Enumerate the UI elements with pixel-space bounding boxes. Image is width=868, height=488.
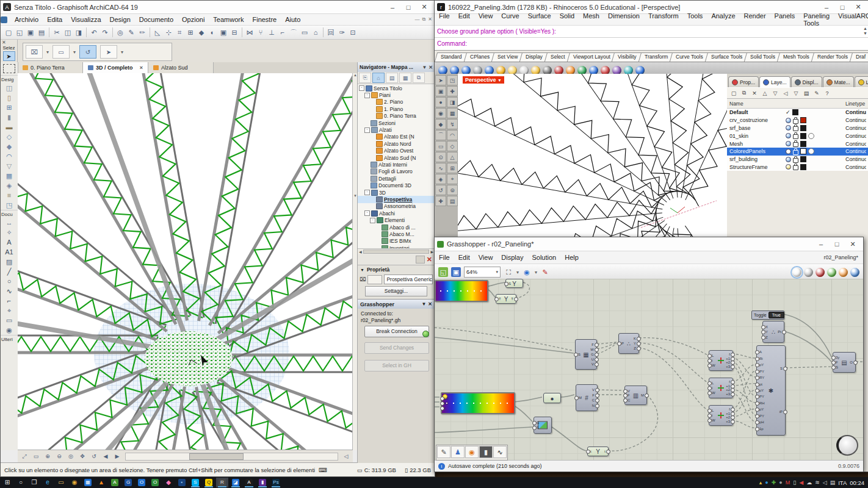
gh-node-relay-bottom[interactable]: Ytt — [587, 447, 609, 456]
close-tab-icon[interactable]: × — [140, 65, 143, 71]
gh-node-gradient-bottom[interactable]: L0L1t — [441, 392, 515, 414]
rhino-side-tool-19[interactable]: ⌖ — [447, 174, 458, 184]
rhino-side-tool-15[interactable]: △ — [447, 152, 458, 162]
layer-color-swatch[interactable] — [792, 109, 798, 115]
orbit-view-icon[interactable]: ↺ — [89, 451, 99, 462]
port-l[interactable] — [707, 381, 712, 386]
layer-row-structureframe[interactable]: StructureFrameContinuous — [727, 163, 868, 171]
pan-icon[interactable]: ✥ — [77, 451, 88, 462]
port-s[interactable] — [831, 365, 836, 370]
group-icon[interactable]: ▣ — [218, 27, 229, 38]
next-view-icon[interactable]: ▶ — [112, 451, 123, 462]
tree-item-alzato-est-n[interactable]: Alzato Est (N — [358, 134, 435, 140]
layer-row-coloredpanels[interactable]: ColoredPanelsContinuous — [727, 148, 868, 156]
scroll-left-icon[interactable]: ◁ — [341, 451, 352, 462]
port-m[interactable] — [574, 396, 579, 400]
panel-menu-icon[interactable]: ▼ — [421, 301, 426, 307]
column-tool-icon[interactable]: ▮ — [3, 112, 15, 122]
port-t[interactable] — [586, 450, 590, 454]
tree-item-senza-titolo[interactable]: -Senza Titolo — [358, 85, 435, 92]
archicad-menu-visualizza[interactable]: Visualizza — [67, 15, 105, 24]
select-in-gh-button[interactable]: Select in GH — [364, 360, 429, 371]
store-icon[interactable]: ▦ — [82, 478, 94, 487]
port-s[interactable] — [783, 367, 787, 371]
port-ph[interactable] — [755, 420, 759, 425]
rhino-side-tool-21[interactable]: ⊚ — [447, 185, 458, 195]
adjust-icon[interactable]: ⊥ — [266, 27, 277, 38]
port-f[interactable] — [595, 343, 599, 347]
port-z[interactable] — [761, 336, 765, 340]
line-tool-icon[interactable]: ╱ — [3, 267, 15, 276]
port-p[interactable] — [617, 342, 621, 346]
collapse-icon[interactable]: - — [364, 127, 370, 133]
plane-icon[interactable]: ◆ — [196, 27, 207, 38]
layer-tool-3[interactable]: △ — [761, 90, 769, 96]
shell-tool-icon[interactable]: ◠ — [3, 151, 15, 161]
port-y[interactable] — [637, 342, 641, 346]
mesh-tool-icon[interactable]: ▦ — [3, 171, 15, 181]
port-py[interactable] — [755, 407, 759, 412]
previous-view-icon[interactable]: ◀ — [100, 451, 111, 462]
zoom-in-icon[interactable]: ⊕ — [42, 451, 53, 462]
break-connection-button[interactable]: Break Connection — [364, 326, 429, 337]
port-w[interactable] — [707, 391, 712, 395]
skype-icon[interactable]: S — [189, 478, 201, 487]
layer-color-swatch[interactable] — [800, 164, 806, 170]
rhino-command-area[interactable]: Choose ground plane option ( Visible=Yes… — [435, 26, 868, 51]
preview-eye-icon[interactable]: ◉ — [522, 267, 532, 277]
command-prompt[interactable]: Command: — [435, 37, 868, 49]
archicad-menu-aiuto[interactable]: Aiuto — [281, 15, 305, 24]
snap-icon[interactable]: ⊹ — [163, 27, 174, 38]
rhino-side-tool-9[interactable]: ↯ — [447, 119, 458, 129]
project-chooser-icon[interactable]: ⎘ — [359, 73, 371, 83]
cut-icon[interactable]: ✂ — [51, 27, 62, 38]
layer-row-default[interactable]: Default✓Continuous — [727, 109, 868, 117]
view-map-icon[interactable]: ▤ — [386, 73, 398, 83]
panel-menu-icon[interactable]: ▼ — [422, 65, 427, 70]
wall-tool-icon[interactable]: ◫ — [3, 83, 15, 93]
canvas-navigation-sphere[interactable] — [836, 435, 858, 456]
gravity-icon[interactable]: ⌗ — [174, 27, 185, 38]
grasshopper-menu-display[interactable]: Display — [497, 253, 527, 262]
grasshopper-canvas[interactable]: YSYTT▦SFWGUV∴PKYZL0L1t●#MVFCN▥VFCMGSYttT… — [435, 279, 863, 461]
tree-item-alzati-interni[interactable]: Alzati Interni — [358, 161, 435, 168]
marker-icon[interactable]: ✑ — [336, 27, 347, 38]
archicad-menu-finestre[interactable]: Finestre — [248, 15, 281, 24]
rhino-tab-surface-tools[interactable]: Surface Tools — [705, 52, 749, 62]
port-w[interactable] — [595, 348, 599, 352]
tray-app-1-icon[interactable]: ▴ — [759, 480, 762, 486]
minimize-button[interactable]: – — [385, 1, 400, 13]
layer-visibility-bulb-icon[interactable] — [786, 149, 791, 154]
door-tool-icon[interactable]: ▯ — [3, 93, 15, 102]
collapse-icon[interactable]: - — [364, 210, 370, 216]
view-name-field[interactable]: Prospettiva Generica — [384, 274, 433, 284]
tree-item-abachi[interactable]: -Abachi — [358, 210, 435, 217]
port-i[interactable] — [707, 359, 712, 363]
collapse-icon[interactable]: - — [364, 190, 370, 195]
app-blue-square-icon[interactable]: ▪ — [176, 478, 188, 487]
rhino-side-tool-11[interactable]: ◠ — [447, 130, 458, 140]
zoom-icon[interactable]: ◎ — [115, 27, 126, 38]
collapse-icon[interactable]: - — [359, 85, 364, 91]
layer-row-srf-base[interactable]: srf_baseContinuous — [727, 124, 868, 132]
layer-lock-icon[interactable] — [793, 134, 798, 139]
port-t[interactable] — [606, 450, 610, 454]
skylight-tool-icon[interactable]: ▽ — [3, 161, 15, 171]
layer-tool-1[interactable]: ⧉ — [740, 90, 748, 96]
morph-tool-icon[interactable]: ◈ — [3, 181, 15, 190]
figure-tool-icon[interactable]: ▭ — [3, 315, 15, 325]
rhino-side-tool-2[interactable]: ▣ — [435, 86, 446, 96]
volume-icon[interactable]: ◁ — [823, 480, 827, 486]
tree-item-alzato-nord[interactable]: Alzato Nord — [358, 140, 435, 147]
layer-tool-2[interactable]: ✕ — [750, 90, 759, 96]
rhino-side-tool-6[interactable]: ◉ — [435, 108, 446, 118]
rhino-tab-solid-tools[interactable]: Solid Tools — [744, 52, 781, 62]
archicad-menu-archivio[interactable]: Archivio — [10, 15, 43, 24]
archicad-menu-opzioni[interactable]: Opzioni — [178, 15, 209, 24]
port-x[interactable] — [761, 325, 765, 329]
tree-item-sezioni[interactable]: Sezioni — [358, 120, 435, 126]
rhino-side-tool-20[interactable]: ↺ — [435, 185, 446, 195]
dimension-tool-icon[interactable]: ↔ — [3, 218, 15, 228]
rhino-side-tool-4[interactable]: ● — [435, 97, 446, 107]
markup-tool-icon[interactable]: ◉ — [465, 446, 479, 458]
